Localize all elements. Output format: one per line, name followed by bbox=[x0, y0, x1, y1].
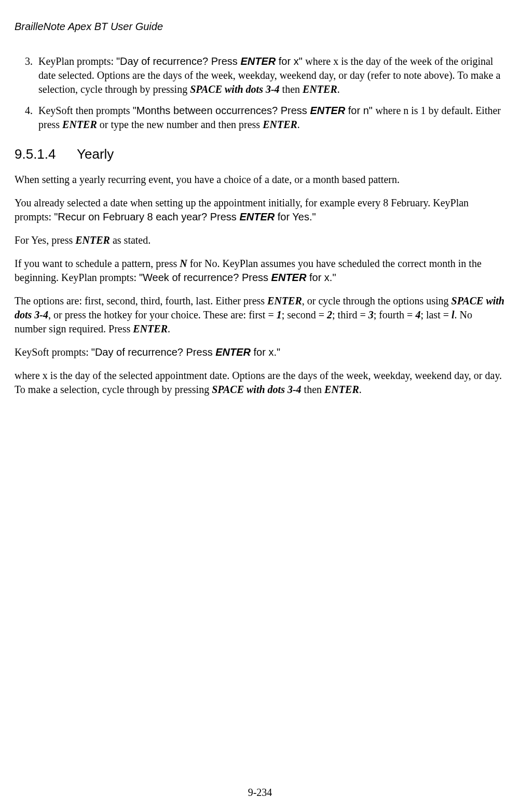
key: ENTER bbox=[324, 384, 359, 395]
section-number: 9.5.1.4 bbox=[15, 145, 77, 163]
key: 1 bbox=[277, 309, 282, 320]
text: as stated. bbox=[110, 234, 150, 246]
text: . bbox=[297, 119, 300, 130]
key: ENTER bbox=[133, 323, 168, 334]
key: N bbox=[180, 258, 187, 269]
text: or type the new number and then press bbox=[97, 119, 263, 130]
text: ; fourth = bbox=[374, 309, 416, 320]
key: SPACE with dots 3-4 bbox=[212, 384, 301, 395]
section-title: Yearly bbox=[77, 146, 114, 162]
text: KeyPlan prompts: bbox=[38, 55, 116, 67]
prompt-text: for x." bbox=[306, 272, 336, 283]
key: ENTER bbox=[303, 83, 337, 95]
paragraph: KeySoft prompts: "Day of recurrence? Pre… bbox=[15, 345, 505, 359]
prompt-text: for x." bbox=[251, 346, 280, 358]
key: SPACE with dots 3-4 bbox=[190, 83, 279, 95]
key: ENTER bbox=[310, 105, 345, 116]
key: ENTER bbox=[62, 119, 97, 130]
list-item: KeySoft then prompts "Months between occ… bbox=[35, 104, 505, 132]
text: , or press the hotkey for your choice. T… bbox=[48, 309, 277, 320]
prompt-text: for n" bbox=[345, 105, 375, 116]
numbered-list: KeyPlan prompts: "Day of recurrence? Pre… bbox=[15, 54, 505, 132]
key: 2 bbox=[327, 309, 332, 320]
text: then bbox=[302, 384, 324, 395]
text: , or cycle through the options using bbox=[302, 295, 451, 306]
key: ENTER bbox=[263, 119, 297, 130]
prompt-text: "Week of recurrence? Press bbox=[139, 272, 271, 283]
paragraph: If you want to schedule a pattern, press… bbox=[15, 257, 505, 285]
text: . bbox=[337, 83, 340, 95]
text: For Yes, press bbox=[15, 234, 75, 246]
prompt-text: "Months between occurrences? Press bbox=[133, 105, 310, 116]
key: ENTER bbox=[239, 211, 275, 222]
text: If you want to schedule a pattern, press bbox=[15, 258, 180, 269]
key: 3 bbox=[368, 309, 374, 320]
list-item: KeyPlan prompts: "Day of recurrence? Pre… bbox=[35, 54, 505, 96]
document-header: BrailleNote Apex BT User Guide bbox=[15, 20, 505, 34]
paragraph: For Yes, press ENTER as stated. bbox=[15, 233, 505, 247]
prompt-text: "Day of recurrence? Press bbox=[91, 346, 215, 358]
text: . bbox=[359, 384, 362, 395]
text: ; last = bbox=[420, 309, 451, 320]
prompt-text: for x" bbox=[276, 55, 305, 67]
prompt-text: for Yes." bbox=[275, 211, 316, 222]
text: The options are: first, second, third, f… bbox=[15, 295, 267, 306]
key: ENTER bbox=[271, 272, 307, 283]
key: ENTER bbox=[240, 55, 276, 67]
text: . bbox=[168, 323, 170, 334]
key: 4 bbox=[415, 309, 420, 320]
paragraph: The options are: first, second, third, f… bbox=[15, 294, 505, 336]
section-heading: 9.5.1.4Yearly bbox=[15, 145, 505, 163]
text: ; second = bbox=[282, 309, 327, 320]
key: ENTER bbox=[75, 234, 110, 246]
key: ENTER bbox=[215, 346, 251, 358]
prompt-text: "Recur on February 8 each year? Press bbox=[54, 211, 239, 222]
text: ; third = bbox=[332, 309, 368, 320]
text: then bbox=[280, 83, 303, 95]
paragraph: When setting a yearly recurring event, y… bbox=[15, 173, 505, 187]
paragraph: You already selected a date when setting… bbox=[15, 196, 505, 224]
prompt-text: "Day of recurrence? Press bbox=[116, 55, 240, 67]
text: KeySoft prompts: bbox=[15, 346, 91, 358]
text: KeySoft then prompts bbox=[38, 105, 133, 116]
key: ENTER bbox=[267, 295, 302, 306]
paragraph: where x is the day of the selected appoi… bbox=[15, 369, 505, 397]
